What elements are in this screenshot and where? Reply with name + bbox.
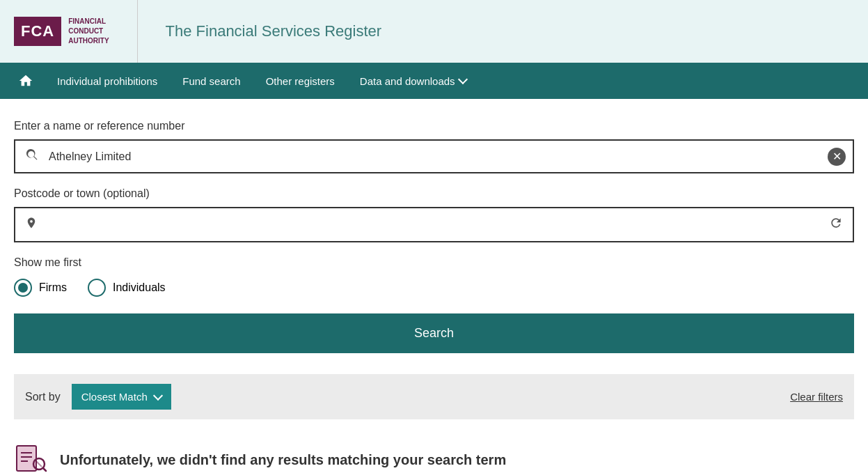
refresh-icon <box>819 209 853 240</box>
svg-rect-0 <box>17 446 36 471</box>
search-button[interactable]: Search <box>14 313 854 353</box>
sort-left: Sort by Closest Match <box>25 384 171 410</box>
radio-firms[interactable]: Firms <box>14 279 67 297</box>
nav-individual-prohibitions[interactable]: Individual prohibitions <box>45 65 170 97</box>
nav-home-button[interactable] <box>7 63 45 98</box>
home-icon <box>18 73 33 88</box>
sort-chevron-icon <box>153 390 163 400</box>
nav-other-registers[interactable]: Other registers <box>253 65 347 97</box>
no-results-section: Unfortunately, we didn't find any result… <box>14 433 854 473</box>
nav-data-downloads[interactable]: Data and downloads <box>347 65 479 97</box>
nav-bar: Individual prohibitions Fund search Othe… <box>0 63 868 99</box>
site-title: The Financial Services Register <box>166 22 382 40</box>
postcode-search-wrapper <box>14 207 854 242</box>
radio-firms-label: Firms <box>39 281 67 294</box>
radio-firms-inner <box>18 283 28 293</box>
clear-filters-link[interactable]: Clear filters <box>790 391 843 403</box>
sort-bar: Sort by Closest Match Clear filters <box>14 374 854 419</box>
sort-option-label: Closest Match <box>81 391 148 403</box>
no-results-text: Unfortunately, we didn't find any result… <box>60 452 506 468</box>
data-downloads-chevron-icon <box>458 75 468 84</box>
logo-area: FCA FINANCIAL CONDUCT AUTHORITY <box>14 0 138 63</box>
svg-line-5 <box>43 468 46 471</box>
radio-group: Firms Individuals <box>14 279 854 297</box>
location-icon <box>15 208 47 241</box>
svg-line-6 <box>36 461 42 467</box>
name-search-wrapper: ✕ <box>14 139 854 173</box>
postcode-label: Postcode or town (optional) <box>14 187 854 200</box>
sort-by-label: Sort by <box>25 391 61 403</box>
radio-firms-button[interactable] <box>14 279 32 297</box>
search-icon <box>15 141 49 172</box>
clear-search-button[interactable]: ✕ <box>828 148 846 166</box>
fca-logo-text: FINANCIAL CONDUCT AUTHORITY <box>68 17 109 46</box>
radio-individuals-button[interactable] <box>88 279 106 297</box>
sort-dropdown-button[interactable]: Closest Match <box>72 384 171 410</box>
site-header: FCA FINANCIAL CONDUCT AUTHORITY The Fina… <box>0 0 868 63</box>
no-results-icon <box>14 440 47 473</box>
name-search-label: Enter a name or reference number <box>14 120 854 132</box>
postcode-input[interactable] <box>47 212 819 238</box>
name-search-input[interactable] <box>49 144 828 170</box>
fca-logo-letters: FCA <box>14 17 61 46</box>
nav-fund-search[interactable]: Fund search <box>170 65 253 97</box>
radio-individuals[interactable]: Individuals <box>88 279 166 297</box>
main-content: Enter a name or reference number ✕ Postc… <box>0 99 868 473</box>
show-me-first-label: Show me first <box>14 256 854 269</box>
radio-individuals-label: Individuals <box>113 281 166 294</box>
